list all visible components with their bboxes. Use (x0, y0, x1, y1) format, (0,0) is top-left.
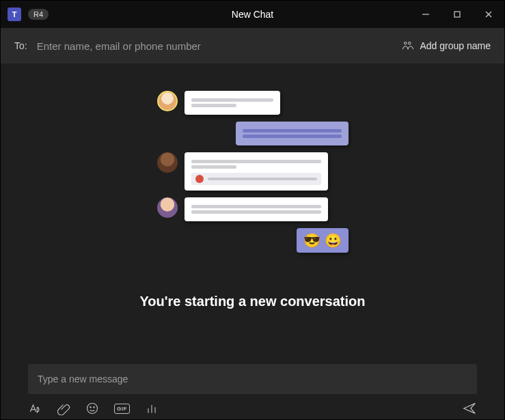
add-group-name-button[interactable]: Add group name (402, 40, 491, 51)
window-controls (410, 1, 504, 28)
to-label: To: (14, 40, 27, 51)
avatar-icon (157, 91, 178, 111)
version-badge: R4 (28, 9, 49, 20)
emoji-bubble: 😎 😀 (297, 228, 349, 253)
svg-point-4 (405, 42, 407, 44)
minimize-icon (422, 10, 430, 18)
recipient-input[interactable] (37, 40, 393, 52)
gif-icon: GIF (114, 404, 130, 414)
format-icon (28, 402, 42, 415)
svg-point-7 (90, 407, 91, 408)
message-bubble (185, 91, 280, 115)
poll-button[interactable] (145, 402, 159, 415)
poll-icon (145, 402, 159, 415)
svg-point-5 (409, 42, 411, 44)
close-icon (484, 10, 493, 18)
send-button[interactable] (462, 401, 477, 416)
message-compose-box[interactable] (28, 364, 477, 394)
attachment-preview (191, 173, 321, 185)
conversation-illustration: 😎 😀 (157, 91, 349, 260)
emoji-sunglasses-icon: 😎 (303, 232, 320, 249)
group-icon (402, 40, 414, 51)
compose-toolbar: GIF (1, 394, 504, 420)
attach-button[interactable] (57, 402, 70, 415)
maximize-icon (453, 10, 461, 18)
emoji-icon (85, 402, 99, 415)
format-button[interactable] (28, 402, 42, 415)
avatar-icon (157, 197, 178, 218)
emoji-smile-icon: 😀 (325, 232, 342, 249)
paperclip-icon (57, 402, 70, 415)
gif-button[interactable]: GIF (114, 404, 130, 414)
compose-area (1, 364, 504, 394)
add-group-name-label: Add group name (420, 40, 491, 51)
minimize-button[interactable] (410, 1, 441, 28)
teams-logo-icon: T (8, 8, 21, 21)
message-bubble (185, 152, 328, 191)
message-input[interactable] (38, 374, 467, 384)
svg-point-6 (87, 404, 98, 414)
maximize-button[interactable] (441, 1, 473, 28)
avatar-icon (157, 152, 178, 173)
send-icon (462, 401, 477, 416)
emoji-button[interactable] (85, 402, 99, 415)
message-bubble (185, 197, 328, 221)
message-bubble-self (236, 122, 349, 145)
file-icon (195, 175, 204, 183)
title-bar: T R4 New Chat (1, 1, 504, 28)
main-area: 😎 😀 You're starting a new conversation (1, 64, 504, 364)
recipient-bar: To: Add group name (1, 28, 504, 64)
new-conversation-heading: You're starting a new conversation (139, 294, 365, 309)
close-button[interactable] (473, 1, 504, 28)
svg-point-8 (94, 407, 94, 408)
svg-rect-1 (454, 12, 460, 17)
